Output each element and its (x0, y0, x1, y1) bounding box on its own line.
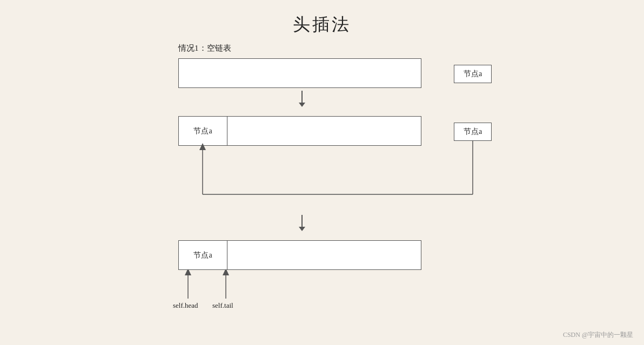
self-tail-label: self.tail (212, 301, 233, 310)
list-row2: 节点a (178, 116, 421, 146)
arrow-down-2 (299, 215, 305, 231)
svg-overlay (0, 0, 644, 345)
case-label: 情况1：空链表 (178, 43, 231, 53)
self-head-label: self.head (173, 301, 198, 310)
list-row2-node-label: 节点a (179, 117, 227, 145)
empty-list-box (178, 58, 421, 88)
page-title: 头插法 (0, 0, 644, 37)
arrow-down-1 (299, 91, 305, 107)
list-row3: 节点a (178, 240, 421, 270)
node-a-mid: 节点a (454, 123, 492, 141)
node-a-top: 节点a (454, 65, 492, 83)
list-row3-node-label: 节点a (179, 241, 227, 269)
watermark: CSDN @宇宙中的一颗星 (563, 330, 633, 340)
